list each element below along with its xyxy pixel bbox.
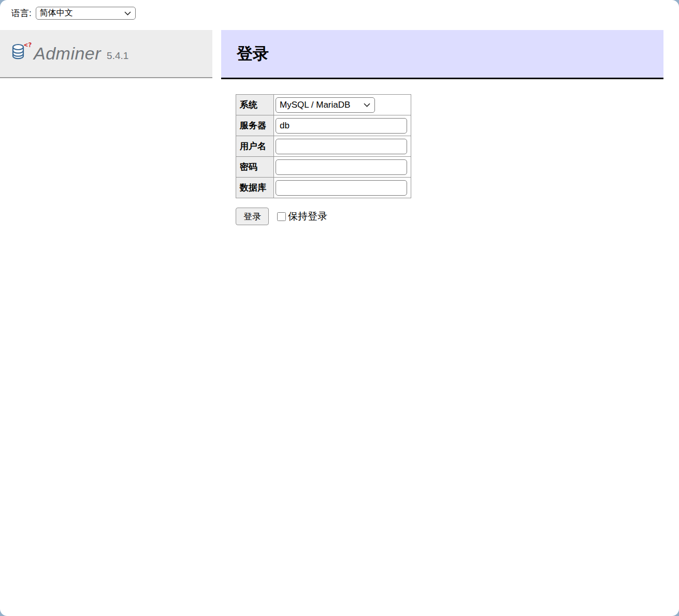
password-input[interactable] (276, 159, 407, 175)
form-actions: 登录 保持登录 (236, 208, 327, 225)
password-label: 密码 (236, 157, 274, 178)
table-row: 系统 MySQL / MariaDB (236, 95, 411, 115)
adminer-logo[interactable]: <? Adminer 5.4.1 (11, 43, 128, 64)
chevron-down-icon (364, 103, 370, 107)
page: 语言: 简体中文 <? Adminer (0, 0, 679, 616)
system-label: 系统 (236, 95, 274, 115)
language-select[interactable]: 简体中文 (36, 7, 136, 20)
database-icon: <? (11, 42, 32, 64)
table-row: 数据库 (236, 178, 411, 198)
server-input[interactable] (276, 118, 407, 134)
brand-name: Adminer (34, 43, 101, 64)
version-number: 5.4.1 (107, 50, 128, 62)
login-button[interactable]: 登录 (236, 208, 269, 225)
language-select-value: 简体中文 (40, 8, 73, 19)
chevron-down-icon (124, 11, 131, 16)
username-label: 用户名 (236, 136, 274, 157)
svg-text:<?: <? (24, 42, 32, 49)
remember-label: 保持登录 (288, 210, 327, 223)
remember-checkbox[interactable] (277, 212, 286, 221)
server-label: 服务器 (236, 115, 274, 136)
table-row: 服务器 (236, 115, 411, 136)
login-header: 登录 (221, 30, 663, 79)
table-row: 密码 (236, 157, 411, 178)
page-title: 登录 (237, 43, 269, 65)
username-input[interactable] (276, 139, 407, 154)
system-select[interactable]: MySQL / MariaDB (276, 97, 375, 113)
table-row: 用户名 (236, 136, 411, 157)
database-label: 数据库 (236, 178, 274, 198)
database-input[interactable] (276, 180, 407, 196)
login-form-table: 系统 MySQL / MariaDB 服务器 用户名 密码 数据库 (236, 94, 411, 198)
language-bar: 语言: 简体中文 (11, 7, 136, 20)
sidebar-header: <? Adminer 5.4.1 (0, 30, 212, 78)
language-label: 语言: (11, 7, 32, 19)
system-select-value: MySQL / MariaDB (280, 100, 350, 110)
